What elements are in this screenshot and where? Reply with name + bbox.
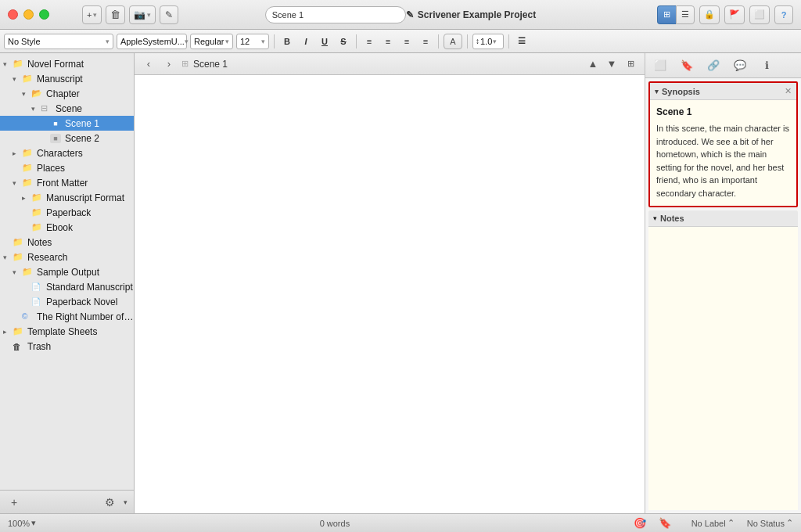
style-selector[interactable]: No Style ▾: [4, 34, 113, 49]
sidebar-item-paperback[interactable]: 📁 Paperback: [0, 205, 134, 220]
template-sheets-label: Template Sheets: [27, 326, 97, 337]
label-selector[interactable]: No Label ⌃: [691, 518, 735, 528]
sidebar-item-scene2[interactable]: ■ Scene 2: [0, 131, 134, 146]
sidebar-item-front-matter[interactable]: 📁 Front Matter: [0, 175, 134, 190]
sidebar-settings-label: ▾: [124, 498, 128, 506]
insp-bookmark-button[interactable]: 🔖: [677, 57, 697, 74]
status-chevron: ⌃: [786, 518, 793, 528]
align-right-button[interactable]: ≡: [399, 34, 415, 49]
sidebar-item-chapter[interactable]: 📂 Chapter: [0, 86, 134, 101]
weight-selector[interactable]: Regular ▾: [190, 34, 233, 49]
places-label: Places: [37, 163, 65, 174]
sort-down-button[interactable]: ▼: [604, 56, 620, 72]
snapshot-button[interactable]: 📷 ▾: [129, 5, 156, 24]
italic-button[interactable]: I: [298, 34, 314, 49]
sidebar-item-ebook[interactable]: 📁 Ebook: [0, 220, 134, 235]
add-button[interactable]: + ▾: [82, 5, 102, 24]
maximize-button[interactable]: [39, 9, 49, 20]
sidebar-tree: 📁 Novel Format 📁 Manuscript 📂 Chapter ⊟ …: [0, 53, 134, 490]
add-chevron: ▾: [93, 11, 97, 19]
help-button[interactable]: ?: [774, 5, 793, 24]
sidebar-item-sample-output[interactable]: 📁 Sample Output: [0, 264, 134, 279]
manuscript-format-label: Manuscript Format: [46, 192, 124, 203]
manuscript-arrow[interactable]: [13, 75, 22, 83]
forward-button[interactable]: ›: [161, 56, 177, 72]
doc-icon-scene1: ■: [50, 119, 61, 128]
status-selector[interactable]: No Status ⌃: [747, 518, 793, 528]
sidebar-item-places[interactable]: 📁 Places: [0, 160, 134, 175]
synopsis-close-button[interactable]: ✕: [785, 86, 792, 96]
align-left-button[interactable]: ≡: [361, 34, 377, 49]
insp-info-button[interactable]: ℹ: [756, 57, 777, 74]
back-button[interactable]: ‹: [141, 56, 156, 72]
editor-content[interactable]: [135, 75, 645, 513]
bookmark-button[interactable]: 🚩: [724, 5, 745, 24]
sidebar-item-right-number-cups[interactable]: © The Right Number of Cups -: [0, 309, 134, 324]
sidebar-item-scene1[interactable]: ■ Scene 1: [0, 116, 134, 131]
view-list-button[interactable]: ☰: [676, 5, 695, 24]
zoom-value: 100%: [8, 519, 30, 528]
chapter-arrow[interactable]: [22, 90, 31, 98]
sample-output-arrow[interactable]: [13, 268, 22, 276]
sidebar-item-trash[interactable]: 🗑 Trash: [0, 339, 134, 354]
sidebar-item-template-sheets[interactable]: 📁 Template Sheets: [0, 324, 134, 339]
separator-4: [467, 34, 468, 49]
delete-button[interactable]: 🗑: [106, 5, 125, 24]
insp-doc-button[interactable]: ⬜: [650, 57, 670, 74]
notes-section: ▾ Notes: [648, 210, 798, 510]
zoom-control[interactable]: 100% ▾: [8, 518, 36, 528]
notes-header[interactable]: ▾ Notes: [648, 210, 798, 227]
scene-arrow[interactable]: [31, 105, 41, 113]
minimize-button[interactable]: [23, 9, 34, 20]
characters-arrow[interactable]: [13, 149, 22, 157]
search-bar[interactable]: Scene 1: [265, 6, 406, 23]
expand-button[interactable]: ⊞: [623, 56, 638, 72]
font-selector[interactable]: AppleSystemU... ▾: [117, 34, 187, 49]
sidebar-item-paperback-novel[interactable]: 📄 Paperback Novel: [0, 294, 134, 309]
paperback-label: Paperback: [46, 207, 91, 218]
snapshot-icon: 📷: [134, 9, 145, 20]
lock-button[interactable]: 🔒: [699, 5, 720, 24]
line-spacing-selector[interactable]: ↕ 1.0 ▾: [472, 34, 504, 49]
synopsis-header[interactable]: ▾ Synopsis ✕: [650, 83, 796, 100]
novel-format-arrow[interactable]: [3, 60, 13, 68]
edit-button[interactable]: ✎: [160, 5, 178, 24]
sidebar-item-notes[interactable]: 📁 Notes: [0, 235, 134, 250]
front-matter-arrow[interactable]: [13, 179, 22, 187]
synopsis-body: Scene 1 In this scene, the main characte…: [650, 100, 796, 206]
sidebar-item-characters[interactable]: 📁 Characters: [0, 146, 134, 160]
strikethrough-button[interactable]: S: [336, 34, 351, 49]
sidebar-item-scene[interactable]: ⊟ Scene: [0, 101, 134, 116]
close-button[interactable]: [8, 9, 18, 20]
sidebar-item-research[interactable]: 📁 Research: [0, 250, 134, 264]
sidebar-item-novel-format[interactable]: 📁 Novel Format: [0, 56, 134, 71]
characters-label: Characters: [37, 148, 83, 159]
sidebar-item-standard-manuscript[interactable]: 📄 Standard Manuscript: [0, 279, 134, 294]
manuscript-format-arrow[interactable]: [22, 194, 31, 202]
compose-button[interactable]: ⬜: [749, 5, 770, 24]
align-center-button[interactable]: ≡: [380, 34, 396, 49]
list-button[interactable]: ☰: [514, 34, 530, 49]
editor-breadcrumb: Scene 1: [193, 59, 228, 70]
align-justify-button[interactable]: ≡: [418, 34, 433, 49]
sidebar-footer: + ⚙ ▾: [0, 490, 134, 513]
doc-c-icon: ©: [22, 312, 34, 321]
size-chevron: ▾: [261, 38, 265, 45]
sidebar-item-manuscript-format[interactable]: 📁 Manuscript Format: [0, 190, 134, 205]
template-sheets-arrow[interactable]: [3, 328, 13, 336]
view-icon-button[interactable]: ⊞: [657, 5, 676, 24]
size-selector[interactable]: 12 ▾: [236, 34, 269, 49]
research-arrow[interactable]: [3, 253, 13, 261]
sidebar-add-button[interactable]: +: [6, 494, 22, 510]
folder-icon-manuscript: 📁: [22, 74, 34, 84]
sidebar-item-manuscript[interactable]: 📁 Manuscript: [0, 71, 134, 86]
sidebar-settings-button[interactable]: ⚙: [102, 494, 117, 510]
underline-button[interactable]: U: [317, 34, 332, 49]
sort-up-button[interactable]: ▲: [585, 56, 601, 72]
notes-body[interactable]: [648, 227, 798, 510]
insp-link-button[interactable]: 🔗: [703, 57, 724, 74]
bold-button[interactable]: B: [279, 34, 295, 49]
insp-comment-button[interactable]: 💬: [730, 57, 750, 74]
synopsis-text: In this scene, the main character is int…: [656, 122, 790, 200]
font-color-button[interactable]: A: [444, 34, 462, 49]
